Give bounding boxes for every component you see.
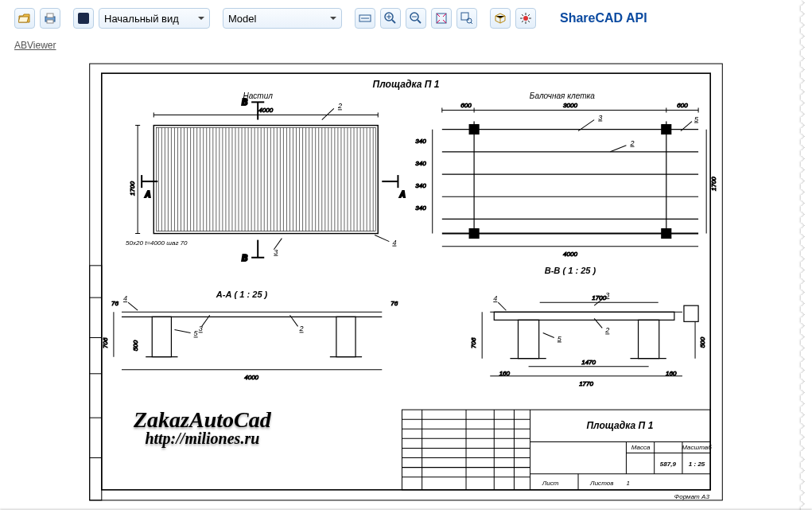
svg-text:1: 1	[626, 480, 629, 487]
svg-text:Масса: Масса	[631, 444, 651, 451]
svg-text:А-А ( 1 : 25 ): А-А ( 1 : 25 )	[216, 290, 268, 299]
svg-text:340: 340	[415, 182, 426, 189]
svg-rect-77	[336, 317, 355, 356]
svg-rect-52	[469, 125, 479, 134]
svg-rect-94	[639, 320, 659, 358]
open-button[interactable]	[14, 8, 35, 29]
svg-rect-23	[156, 128, 375, 231]
svg-text:76: 76	[111, 300, 118, 307]
svg-text:Формат А3: Формат А3	[674, 493, 710, 500]
svg-text:340: 340	[415, 160, 426, 167]
svg-text:А: А	[398, 190, 405, 199]
svg-text:2: 2	[629, 139, 634, 147]
toolbar: Начальный вид Model ShareCAD API	[0, 0, 812, 37]
svg-point-10	[523, 16, 528, 21]
svg-text:5: 5	[694, 115, 699, 123]
svg-text:1470: 1470	[581, 359, 596, 366]
svg-text:706: 706	[470, 337, 477, 348]
svg-text:Балочная клетка: Балочная клетка	[530, 91, 595, 100]
3d-mode-button[interactable]	[490, 8, 511, 29]
svg-text:3000: 3000	[563, 102, 577, 109]
svg-text:4: 4	[123, 294, 127, 302]
svg-text:2: 2	[337, 102, 342, 110]
svg-text:4000: 4000	[563, 251, 577, 258]
svg-text:4: 4	[493, 294, 497, 302]
svg-text:4: 4	[392, 239, 396, 247]
svg-text:Площадка П 1: Площадка П 1	[372, 79, 439, 90]
svg-text:1700: 1700	[129, 181, 136, 196]
svg-text:4000: 4000	[258, 107, 273, 114]
svg-text:706: 706	[102, 337, 109, 348]
svg-text:160: 160	[499, 370, 511, 377]
svg-text:Лист: Лист	[542, 480, 559, 487]
zoom-window-button[interactable]	[457, 8, 477, 29]
svg-text:Площадка П 1: Площадка П 1	[586, 420, 653, 431]
svg-text:В: В	[242, 254, 247, 262]
svg-text:340: 340	[415, 138, 426, 145]
svg-text:3: 3	[199, 325, 203, 332]
fit-all-button[interactable]	[431, 8, 452, 29]
svg-rect-55	[662, 229, 671, 239]
print-button[interactable]	[40, 8, 60, 29]
svg-rect-53	[662, 125, 671, 134]
svg-text:2: 2	[299, 325, 304, 332]
svg-text:587,9: 587,9	[660, 461, 677, 468]
zoom-out-button[interactable]	[406, 8, 426, 29]
svg-rect-54	[469, 229, 479, 239]
svg-text:340: 340	[415, 204, 426, 212]
svg-text:1 : 25: 1 : 25	[689, 461, 705, 468]
svg-text:3: 3	[605, 291, 609, 299]
view-select[interactable]: Начальный вид	[99, 8, 210, 29]
svg-rect-76	[152, 317, 171, 356]
svg-text:3: 3	[274, 248, 278, 256]
svg-text:А: А	[144, 190, 150, 199]
svg-text:76: 76	[390, 300, 398, 307]
torn-edge-right	[801, 0, 812, 521]
svg-text:2: 2	[604, 326, 609, 334]
svg-rect-92	[494, 312, 674, 320]
svg-rect-114	[402, 410, 710, 490]
svg-text:Масштаб: Масштаб	[682, 444, 712, 451]
svg-text:600: 600	[460, 102, 472, 109]
svg-text:3: 3	[598, 114, 602, 122]
settings-button[interactable]	[515, 8, 536, 29]
model-select[interactable]: Model	[223, 8, 342, 29]
svg-text:1700: 1700	[592, 294, 606, 301]
svg-text:Листов: Листов	[589, 480, 613, 487]
svg-text:В: В	[242, 98, 247, 107]
svg-text:500: 500	[699, 336, 706, 348]
torn-edge-bottom	[0, 510, 812, 521]
svg-text:500: 500	[132, 340, 139, 351]
svg-text:В-В ( 1 : 25 ): В-В ( 1 : 25 )	[545, 266, 596, 275]
svg-rect-2	[47, 20, 53, 23]
svg-text:50x20 t=4000 шаг 70: 50x20 t=4000 шаг 70	[126, 239, 188, 247]
svg-rect-13	[90, 266, 102, 500]
svg-text:1770: 1770	[579, 380, 593, 387]
abviewer-link[interactable]: ABViewer	[14, 40, 56, 51]
svg-text:160: 160	[666, 370, 677, 377]
drawing-viewport[interactable]: Площадка П 1 Настил Балочная клетка 4000…	[14, 57, 798, 510]
svg-text:5: 5	[558, 335, 562, 343]
zoom-in-button[interactable]	[380, 8, 401, 29]
sharecad-api-link[interactable]: ShareCAD API	[560, 11, 647, 25]
svg-rect-97	[684, 305, 698, 321]
cad-drawing: Площадка П 1 Настил Балочная клетка 4000…	[14, 57, 798, 510]
svg-rect-3	[78, 13, 89, 24]
svg-text:4000: 4000	[244, 374, 258, 381]
fit-width-button[interactable]	[355, 8, 375, 29]
black-bg-button[interactable]	[73, 8, 94, 29]
svg-text:600: 600	[677, 102, 688, 109]
svg-rect-1	[47, 14, 53, 17]
svg-rect-93	[518, 320, 538, 358]
svg-text:1700: 1700	[710, 177, 717, 191]
